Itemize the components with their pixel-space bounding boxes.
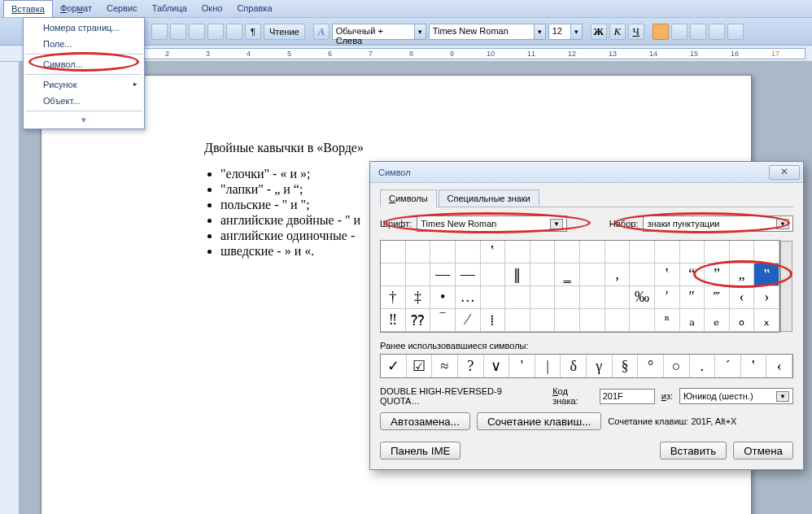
- char-cell[interactable]: „: [730, 264, 755, 286]
- char-cell[interactable]: ‚: [605, 264, 631, 286]
- char-cell[interactable]: ‴: [705, 286, 730, 309]
- char-cell[interactable]: ”: [705, 264, 730, 286]
- char-cell[interactable]: [580, 286, 605, 309]
- char-cell[interactable]: [705, 241, 730, 264]
- char-cell[interactable]: [530, 241, 556, 264]
- char-cell[interactable]: [630, 241, 655, 264]
- char-cell[interactable]: [730, 241, 755, 264]
- char-cell[interactable]: [381, 264, 406, 286]
- char-cell[interactable]: [555, 241, 580, 264]
- char-cell[interactable]: †: [381, 286, 406, 309]
- char-cell[interactable]: [580, 241, 605, 264]
- char-cell[interactable]: ―: [456, 264, 481, 286]
- char-cell[interactable]: ‹: [730, 286, 755, 309]
- char-cell[interactable]: ⁇: [406, 309, 431, 332]
- align-left-btn[interactable]: [653, 24, 669, 40]
- recent-char-cell[interactable]: ∨: [484, 355, 510, 377]
- char-cell[interactable]: [530, 286, 556, 309]
- menu-insert[interactable]: Вставка: [3, 0, 53, 17]
- char-cell[interactable]: [630, 264, 655, 286]
- toolbar-btn[interactable]: [151, 24, 168, 40]
- char-cell[interactable]: •: [430, 286, 456, 309]
- toolbar-btn[interactable]: [226, 24, 242, 40]
- menu-table[interactable]: Таблица: [145, 0, 194, 17]
- recent-char-cell[interactable]: ?: [458, 355, 484, 377]
- size-combo[interactable]: 12▾: [548, 24, 583, 40]
- char-cell[interactable]: [481, 264, 506, 286]
- toolbar-reading[interactable]: Чтение: [264, 24, 305, 40]
- recent-char-cell[interactable]: ☑: [407, 355, 433, 377]
- close-icon[interactable]: ✕: [769, 165, 800, 180]
- char-cell[interactable]: [530, 264, 556, 286]
- toolbar-btn[interactable]: ¶: [245, 24, 261, 40]
- recent-char-cell[interactable]: ✓: [381, 355, 407, 377]
- align-justify-btn[interactable]: [709, 24, 725, 40]
- mi-picture[interactable]: Рисунок: [25, 76, 142, 93]
- char-cell[interactable]: [505, 241, 530, 264]
- btn-insert[interactable]: Вставить: [660, 442, 727, 460]
- menu-help[interactable]: Справка: [229, 0, 279, 17]
- char-cell[interactable]: ⁄: [456, 309, 481, 332]
- char-cell[interactable]: [555, 309, 580, 332]
- char-cell[interactable]: [530, 309, 556, 332]
- toolbar-btn[interactable]: [207, 24, 224, 40]
- recent-char-cell[interactable]: §: [613, 355, 639, 377]
- italic-btn[interactable]: К: [609, 24, 626, 40]
- toolbar-btn[interactable]: [170, 24, 186, 40]
- char-cell[interactable]: [605, 241, 631, 264]
- vertical-ruler[interactable]: [0, 62, 20, 514]
- from-dropdown[interactable]: Юникод (шестн.)▼: [679, 388, 793, 404]
- char-cell[interactable]: [580, 309, 605, 332]
- mi-expand[interactable]: ▾: [25, 113, 142, 125]
- char-cell[interactable]: [630, 309, 655, 332]
- align-right-btn[interactable]: [690, 24, 706, 40]
- char-cell[interactable]: [481, 286, 506, 309]
- recent-char-cell[interactable]: ‹: [766, 355, 792, 377]
- grid-scrollbar[interactable]: [780, 241, 792, 332]
- char-cell[interactable]: …: [456, 286, 481, 309]
- char-cell[interactable]: [655, 241, 680, 264]
- char-cell[interactable]: [555, 286, 580, 309]
- recent-char-cell[interactable]: ': [509, 355, 535, 377]
- char-cell[interactable]: [505, 286, 530, 309]
- char-cell[interactable]: [456, 241, 481, 264]
- char-cell[interactable]: ›: [754, 286, 779, 309]
- char-cell[interactable]: ‡: [406, 286, 431, 309]
- recent-char-cell[interactable]: δ: [561, 355, 587, 377]
- char-cell[interactable]: ‾: [430, 309, 456, 332]
- char-cell[interactable]: ′: [655, 286, 680, 309]
- char-cell[interactable]: ‖: [505, 264, 530, 286]
- char-cell[interactable]: [406, 264, 431, 286]
- char-cell[interactable]: [430, 241, 456, 264]
- recent-char-cell[interactable]: .: [690, 355, 716, 377]
- char-cell[interactable]: ₑ: [705, 309, 730, 332]
- char-cell[interactable]: ₒ: [730, 309, 755, 332]
- btn-autocorrect[interactable]: Автозамена...: [380, 412, 470, 430]
- recent-char-cell[interactable]: ´: [715, 355, 741, 377]
- char-cell[interactable]: ‼: [381, 309, 406, 332]
- align-center-btn[interactable]: [671, 24, 688, 40]
- recent-char-cell[interactable]: °: [638, 355, 664, 377]
- char-cell[interactable]: ⁿ: [655, 309, 680, 332]
- char-cell[interactable]: [754, 241, 779, 264]
- underline-btn[interactable]: Ч: [628, 24, 644, 40]
- btn-ime[interactable]: Панель IME: [380, 442, 461, 460]
- font-combo[interactable]: Times New Roman▾: [429, 24, 546, 40]
- ruler-scale[interactable]: 123 456 789 101112 131415 1617: [42, 48, 805, 59]
- mi-symbol[interactable]: Символ...: [25, 56, 142, 72]
- char-cell[interactable]: [505, 309, 530, 332]
- toolbar-btn[interactable]: [189, 24, 205, 40]
- recent-char-cell[interactable]: |: [535, 355, 561, 377]
- dialog-titlebar[interactable]: Символ ✕: [370, 162, 803, 183]
- char-cell[interactable]: —: [430, 264, 456, 286]
- char-cell[interactable]: [406, 241, 431, 264]
- char-cell[interactable]: [580, 264, 605, 286]
- char-cell[interactable]: [605, 286, 631, 309]
- char-cell[interactable]: “: [680, 264, 705, 286]
- char-cell[interactable]: ₓ: [754, 309, 779, 332]
- char-cell[interactable]: [605, 309, 631, 332]
- font-dropdown[interactable]: Times New Roman▼: [417, 216, 567, 232]
- set-dropdown[interactable]: знаки пунктуации▼: [643, 216, 793, 232]
- style-combo[interactable]: Обычный + Слева▾: [332, 24, 426, 40]
- recent-char-cell[interactable]: γ: [587, 355, 613, 377]
